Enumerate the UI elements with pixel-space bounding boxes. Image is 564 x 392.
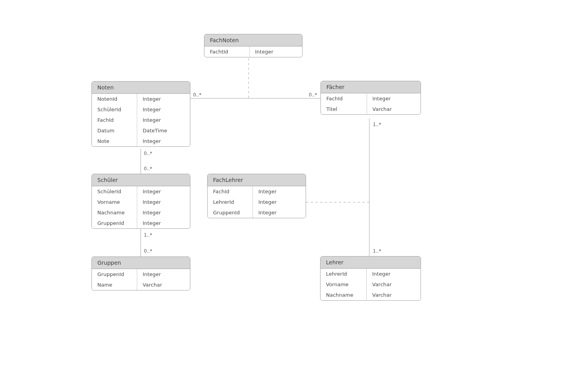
attr-name: Name — [92, 280, 137, 290]
attr-name: SchülerId — [92, 104, 137, 115]
table-row: LehrerId Integer — [320, 269, 421, 279]
attr-name: FachId — [321, 93, 367, 104]
attr-name: FachtId — [204, 46, 249, 57]
attr-type: Varchar — [367, 290, 421, 300]
table-row: Nachname Varchar — [320, 290, 421, 300]
attr-name: Titel — [321, 104, 367, 114]
attr-type: Integer — [367, 93, 421, 104]
attr-name: FachId — [208, 186, 252, 197]
entity-title: Schüler — [92, 174, 190, 186]
attr-type: Integer — [137, 269, 190, 280]
attr-name: Datum — [92, 125, 137, 136]
attr-name: GruppenId — [92, 218, 137, 228]
entity-title: FachNoten — [204, 34, 302, 46]
er-diagram: FachNoten FachtId Integer Noten NotenId … — [0, 0, 564, 392]
multiplicity-label: 1..* — [373, 122, 381, 127]
attr-name: Note — [92, 136, 137, 146]
attr-name: SchülerId — [92, 186, 137, 197]
table-row: SchülerId Integer — [92, 186, 190, 197]
table-row: GruppenId Integer — [92, 269, 190, 280]
entity-fachnoten: FachNoten FachtId Integer — [204, 34, 303, 57]
multiplicity-label: 0..* — [309, 92, 317, 98]
table-row: Name Varchar — [92, 280, 190, 290]
table-row: SchülerId Integer — [92, 104, 190, 115]
table-row: FachId Integer — [208, 186, 306, 197]
attr-type: Integer — [137, 94, 190, 104]
attr-name: Nachname — [92, 207, 137, 218]
attr-name: GruppenId — [208, 207, 252, 218]
multiplicity-label: 0..* — [144, 151, 152, 156]
multiplicity-label: 0..* — [193, 92, 201, 98]
multiplicity-label: 1..* — [144, 232, 152, 238]
attr-type: Integer — [137, 115, 190, 125]
attr-type: Varchar — [367, 279, 421, 290]
table-row: Datum DateTime — [92, 125, 190, 136]
multiplicity-label: 0..* — [144, 166, 152, 171]
attr-type: Integer — [137, 218, 190, 228]
table-row: Nachname Integer — [92, 207, 190, 218]
entity-title: Gruppen — [92, 257, 190, 269]
attr-type: Integer — [367, 269, 421, 279]
table-row: Vorname Integer — [92, 197, 190, 207]
entity-gruppen: Gruppen GruppenId Integer Name Varchar — [91, 257, 190, 290]
table-row: GruppenId Integer — [92, 218, 190, 228]
entity-title: Lehrer — [320, 257, 421, 269]
attr-type: Integer — [137, 197, 190, 207]
attr-name: Vorname — [320, 279, 367, 290]
attr-type: Integer — [137, 104, 190, 115]
multiplicity-label: 0..* — [144, 248, 152, 254]
entity-title: FachLehrer — [208, 174, 306, 186]
table-row: FachId Integer — [92, 115, 190, 125]
attr-type: Integer — [137, 207, 190, 218]
entity-title: Fächer — [321, 81, 421, 93]
table-row: NotenId Integer — [92, 94, 190, 104]
table-row: LehrerId Integer — [208, 197, 306, 207]
table-row: Note Integer — [92, 136, 190, 146]
entity-fachlehrer: FachLehrer FachId Integer LehrerId Integ… — [207, 174, 306, 218]
attr-type: Integer — [137, 186, 190, 197]
attr-type: Integer — [249, 46, 302, 57]
attr-name: NotenId — [92, 94, 137, 104]
attr-type: Varchar — [367, 104, 421, 114]
attr-name: Vorname — [92, 197, 137, 207]
attr-name: LehrerId — [320, 269, 367, 279]
attr-type: Integer — [252, 207, 306, 218]
entity-noten: Noten NotenId Integer SchülerId Integer … — [91, 81, 190, 147]
attr-name: Nachname — [320, 290, 367, 300]
multiplicity-label: 1..* — [373, 248, 381, 254]
table-row: FachtId Integer — [204, 46, 302, 57]
attr-name: FachId — [92, 115, 137, 125]
entity-faecher: Fächer FachId Integer Titel Varchar — [320, 81, 421, 115]
table-row: GruppenId Integer — [208, 207, 306, 218]
table-row: FachId Integer — [321, 93, 421, 104]
attr-name: GruppenId — [92, 269, 137, 280]
table-row: Titel Varchar — [321, 104, 421, 114]
table-row: Vorname Varchar — [320, 279, 421, 290]
attr-type: Varchar — [137, 280, 190, 290]
attr-type: DateTime — [137, 125, 190, 136]
entity-lehrer: Lehrer LehrerId Integer Vorname Varchar … — [320, 256, 421, 301]
entity-schueler: Schüler SchülerId Integer Vorname Intege… — [91, 174, 190, 229]
attr-type: Integer — [252, 186, 306, 197]
attr-type: Integer — [137, 136, 190, 146]
attr-type: Integer — [252, 197, 306, 207]
attr-name: LehrerId — [208, 197, 252, 207]
entity-title: Noten — [92, 82, 190, 94]
